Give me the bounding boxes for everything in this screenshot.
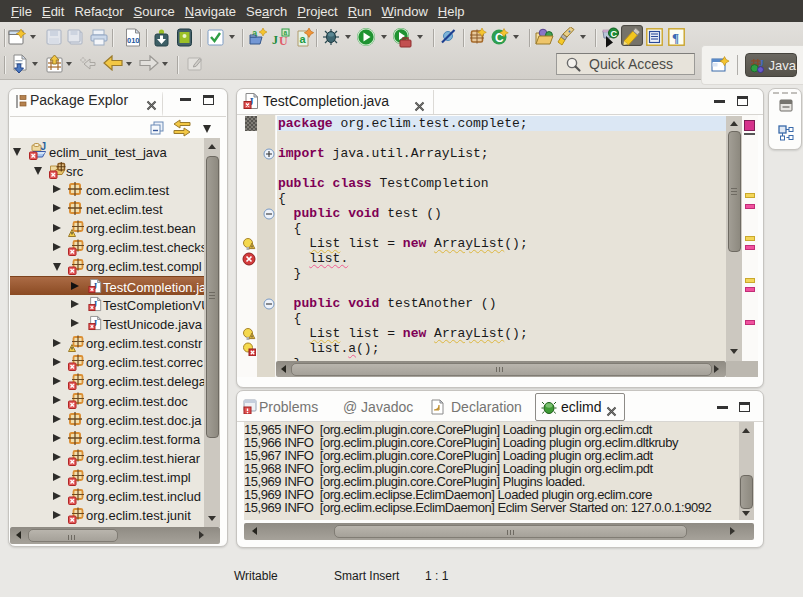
svg-text:U: U: [279, 34, 288, 47]
svg-text:a: a: [300, 33, 307, 45]
svg-text:¶: ¶: [672, 30, 679, 45]
svg-text:C: C: [611, 29, 618, 39]
svg-text:J: J: [272, 33, 278, 47]
svg-text:J: J: [41, 142, 47, 152]
svg-text:J: J: [759, 57, 764, 67]
svg-text:010: 010: [127, 36, 140, 45]
